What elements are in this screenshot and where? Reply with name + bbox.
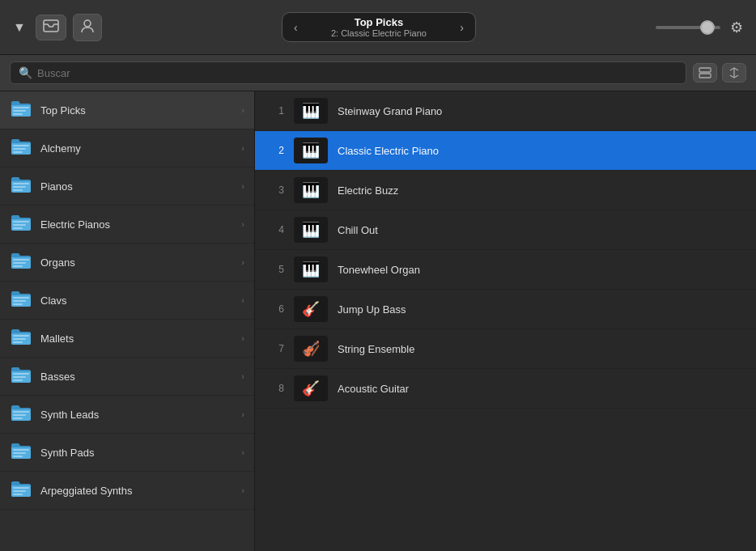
preset-number: 7 (268, 343, 284, 354)
preset-thumbnail: 🎻 (294, 336, 328, 362)
search-input-wrapper: 🔍 (10, 61, 686, 84)
preset-name: Acoustic Guitar (338, 383, 409, 395)
svg-text:🎹: 🎹 (302, 221, 321, 239)
preset-number: 6 (268, 303, 284, 315)
chevron-right-icon: › (241, 181, 244, 191)
preset-thumbnail: 🎸 (294, 296, 328, 322)
folder-icon (10, 214, 32, 235)
preset-number: 1 (268, 105, 284, 117)
svg-rect-31 (13, 417, 23, 419)
collapse-button[interactable] (722, 63, 746, 83)
svg-rect-29 (13, 411, 29, 413)
sidebar-item-electric-pianos[interactable]: Electric Pianos › (0, 206, 254, 244)
svg-rect-3 (699, 74, 711, 78)
search-input[interactable] (37, 67, 677, 79)
sidebar-item-arpeggiated-synths[interactable]: Arpeggiated Synths › (0, 472, 254, 510)
folder-icon (10, 176, 32, 197)
chevron-right-icon: › (241, 485, 244, 495)
chevron-right-icon: › (241, 295, 244, 305)
svg-rect-12 (13, 186, 26, 188)
person-icon (80, 19, 95, 36)
sidebar-item-label: Synth Pads (40, 447, 233, 459)
sidebar-item-alchemy[interactable]: Alchemy › (0, 129, 254, 167)
sidebar-item-basses[interactable]: Basses › (0, 358, 254, 396)
svg-rect-15 (13, 224, 26, 226)
preset-row[interactable]: 5 🎹 Tonewheel Organ (255, 250, 756, 290)
svg-rect-32 (13, 449, 29, 451)
settings-icon: ⚙ (730, 19, 743, 36)
svg-rect-18 (13, 262, 26, 264)
sidebar-item-organs[interactable]: Organs › (0, 244, 254, 282)
nav-control: ‹ Top Picks 2: Classic Electric Piano › (282, 12, 476, 42)
preset-thumbnail: 🎹 (294, 256, 328, 282)
svg-rect-17 (13, 259, 29, 261)
preset-row[interactable]: 3 🎹 Electric Buzz (255, 171, 756, 210)
settings-button[interactable]: ⚙ (727, 15, 746, 40)
svg-rect-10 (13, 151, 23, 153)
sidebar-item-label: Pianos (40, 180, 233, 193)
preset-row[interactable]: 8 🎸 Acoustic Guitar (255, 369, 756, 409)
nav-next-button[interactable]: › (457, 21, 467, 34)
nav-title-sub: 2: Classic Electric Piano (308, 28, 451, 38)
chevron-right-icon: › (241, 257, 244, 267)
svg-point-1 (84, 20, 91, 27)
nav-prev-button[interactable]: ‹ (291, 21, 301, 34)
toolbar: ▼ ‹ Top Picks 2: Classic E (0, 0, 756, 55)
svg-rect-28 (13, 379, 23, 381)
grid-view-button[interactable] (693, 63, 717, 83)
chevron-right-icon: › (241, 409, 244, 419)
sidebar-item-label: Alchemy (40, 142, 233, 155)
folder-icon (10, 442, 32, 463)
svg-rect-8 (13, 145, 29, 146)
sidebar-item-label: Mallets (40, 333, 233, 345)
preset-name: Electric Buzz (338, 184, 398, 197)
preset-name: Steinway Grand Piano (338, 105, 442, 117)
svg-rect-25 (13, 341, 23, 343)
content-area: 1 🎹 Steinway Grand Piano 2 🎹 Classic Ele… (255, 91, 756, 551)
person-button[interactable] (73, 14, 102, 41)
svg-rect-36 (13, 490, 26, 492)
preset-row[interactable]: 2 🎹 Classic Electric Piano (255, 131, 756, 171)
svg-rect-0 (44, 20, 58, 32)
chevron-right-icon: › (241, 219, 244, 229)
preset-number: 8 (268, 383, 284, 394)
svg-rect-7 (13, 113, 23, 115)
preset-row[interactable]: 7 🎻 String Ensemble (255, 329, 756, 369)
volume-knob (700, 20, 715, 35)
preset-thumbnail: 🎹 (294, 138, 328, 163)
dropdown-icon: ▼ (13, 20, 26, 35)
toolbar-right: ⚙ (656, 15, 746, 40)
toolbar-center: ‹ Top Picks 2: Classic Electric Piano › (108, 12, 649, 42)
sidebar-item-pianos[interactable]: Pianos › (0, 167, 254, 206)
svg-rect-22 (13, 303, 23, 305)
collapse-icon (728, 67, 741, 78)
svg-rect-30 (13, 414, 26, 416)
svg-rect-14 (13, 221, 29, 223)
svg-rect-27 (13, 376, 26, 378)
main-content: Top Picks › Alchemy › Pianos › Electric … (0, 91, 756, 551)
sidebar-item-synth-pads[interactable]: Synth Pads › (0, 434, 254, 472)
search-right-icons (693, 63, 746, 83)
sidebar-item-mallets[interactable]: Mallets › (0, 320, 254, 358)
svg-text:🎸: 🎸 (302, 379, 321, 397)
sidebar-item-label: Arpeggiated Synths (40, 485, 233, 497)
sidebar-item-top-picks[interactable]: Top Picks › (0, 91, 254, 129)
sidebar: Top Picks › Alchemy › Pianos › Electric … (0, 91, 255, 551)
preset-row[interactable]: 1 🎹 Steinway Grand Piano (255, 91, 756, 131)
preset-thumbnail: 🎹 (294, 177, 328, 203)
volume-slider[interactable] (656, 26, 720, 29)
sidebar-item-synth-leads[interactable]: Synth Leads › (0, 396, 254, 434)
search-bar: 🔍 (0, 55, 756, 91)
inbox-button[interactable] (36, 15, 66, 40)
nav-title: Top Picks 2: Classic Electric Piano (308, 16, 451, 38)
dropdown-button[interactable]: ▼ (10, 17, 29, 38)
preset-row[interactable]: 6 🎸 Jump Up Bass (255, 290, 756, 329)
preset-row[interactable]: 4 🎹 Chill Out (255, 210, 756, 250)
folder-icon (10, 138, 32, 159)
svg-text:🎹: 🎹 (302, 102, 321, 120)
svg-rect-13 (13, 189, 23, 191)
preset-thumbnail: 🎸 (294, 375, 328, 401)
chevron-right-icon: › (241, 333, 244, 343)
sidebar-item-clavs[interactable]: Clavs › (0, 282, 254, 320)
folder-icon (10, 100, 32, 121)
